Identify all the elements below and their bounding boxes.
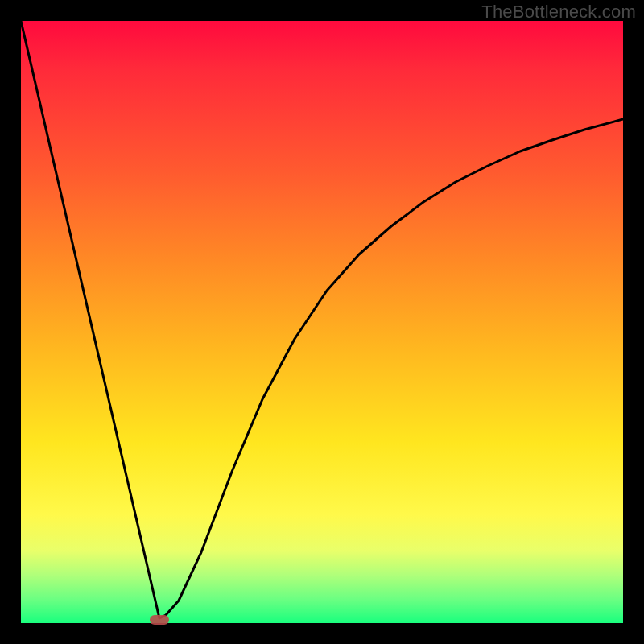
plot-area bbox=[21, 21, 623, 623]
watermark-text: TheBottleneck.com bbox=[481, 2, 636, 23]
curve-path bbox=[21, 21, 623, 618]
bottleneck-curve bbox=[21, 21, 623, 623]
chart-frame: TheBottleneck.com bbox=[0, 0, 644, 644]
min-marker bbox=[150, 615, 169, 625]
